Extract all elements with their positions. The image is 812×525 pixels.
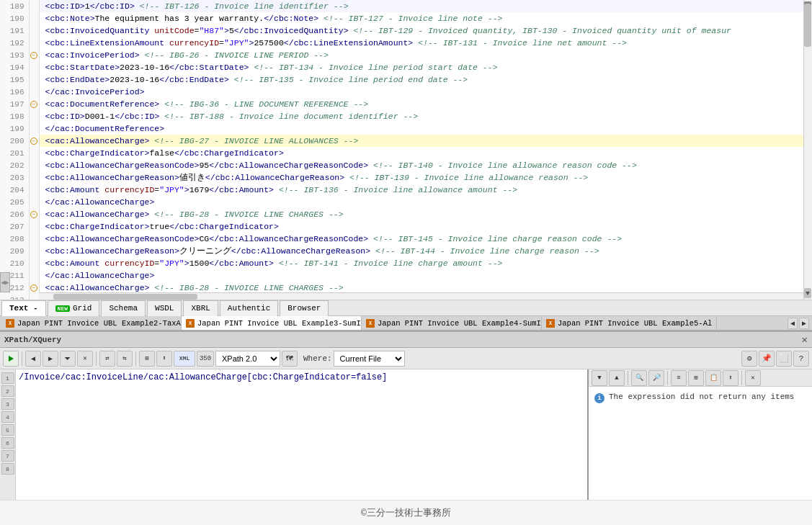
xpath-sidebar-btn-1[interactable]: 1 [1,372,14,384]
xpath-xml-button[interactable]: XML [174,351,195,367]
code-line-194: 194 <cbc:StartDate>2023-10-16</cbc:Start… [0,61,812,73]
xpath-settings-button[interactable]: ⚙ [741,351,757,367]
result-btn-7[interactable]: ✕ [745,370,761,386]
view-tab-grid[interactable]: NEWGrid [48,300,100,316]
xpath-history-button[interactable]: ⏷ [60,351,76,367]
line-number: 198 [0,110,29,122]
code-content: </cac:AllowanceCharge> [39,196,812,208]
line-number: 202 [0,159,29,171]
doc-tab-ex3[interactable]: XJapan PINT Invoice UBL Example3-SumInv1… [182,316,362,331]
xpath-sidebar-btn-6[interactable]: 6 [1,437,14,449]
result-btn-6[interactable]: ⬆ [723,370,739,386]
result-sep-2 [667,371,668,385]
xpath-close-button[interactable]: ✕ [802,333,808,346]
result-btn-1[interactable]: 🔍 [631,370,647,386]
doc-tab-scroll-left[interactable]: ◀ [788,318,798,329]
fold-indicator [29,159,39,171]
xpath-pin-button[interactable]: 📌 [759,351,775,367]
toolbar-sep-3 [135,351,136,366]
xpath-result-content: i The expression did not return any item… [589,387,812,500]
fold-indicator[interactable]: − [29,208,39,220]
code-content: <cbc:Amount currencyID="JPY">1500</cbc:A… [39,257,812,269]
doc-tab-scroll-right[interactable]: ▶ [799,318,809,329]
xpath-where-select[interactable]: Current File All Open Files [334,351,405,367]
result-btn-5[interactable]: 📋 [705,370,721,386]
xml-badge-label: XML [179,355,189,362]
code-line-204: 204 <cbc:Amount currencyID="JPY">1679</c… [0,184,812,196]
xpath-sidebar-btn-7[interactable]: 7 [1,450,14,462]
line-number: 200 [0,135,29,147]
toolbar-sep-1 [22,351,22,366]
xpath-sidebar-btn-8[interactable]: 8 [1,463,14,475]
horizontal-scrollbar[interactable] [39,292,803,300]
xpath-clear-button[interactable]: ✕ [77,351,93,367]
code-line-207: 207 <cbc:ChargeIndicator>true</cbc:Charg… [0,220,812,233]
xpath-toggle2-button[interactable]: ⇆ [117,351,133,367]
code-content: <cbc:ChargeIndicator>false</cbc:ChargeIn… [39,147,812,159]
view-tab-wsdl[interactable]: WSDL [147,300,182,316]
xpath-sidebar-btn-3[interactable]: 3 [1,398,14,410]
code-content: <cac:AllowanceCharge> <!-- IBG-28 - INVO… [39,208,812,220]
line-number: 207 [0,220,29,233]
line-number: 201 [0,147,29,159]
vertical-scrollbar[interactable] [803,0,812,300]
fold-indicator [29,257,39,269]
line-number: 194 [0,61,29,73]
result-down-btn[interactable]: ▼ [592,370,607,386]
code-line-196: 196 </cac:InvoicePeriod> [0,86,812,98]
view-tab-authentic[interactable]: Authentic [220,300,278,316]
line-number: 190 [0,12,29,24]
result-up-btn[interactable]: ▲ [609,370,625,386]
result-btn-4[interactable]: ⊞ [688,370,704,386]
xpath-tree-button[interactable]: ⊞ [139,351,155,367]
xpath-sidebar-btn-4[interactable]: 4 [1,411,14,423]
xpath-sidebar-btn-2[interactable]: 2 [1,385,14,397]
xpath-panel-title: XPath/XQuery [4,336,61,344]
view-tab-browser[interactable]: Browser [280,300,329,316]
xpath-counter-button[interactable]: 350 [197,351,214,367]
fold-indicator [29,86,39,98]
footer-copyright: ©三分一技術士事務所 [361,508,451,519]
xpath-sidebar-btn-5[interactable]: 5 [1,424,14,436]
xpath-export-button[interactable]: ⬆ [156,351,172,367]
xpath-back-button[interactable]: ◀ [25,351,41,367]
xpath-forward-button[interactable]: ▶ [43,351,58,367]
xpath-run-button[interactable] [3,351,19,367]
fold-indicator [29,245,39,257]
result-btn-2[interactable]: 🔎 [648,370,664,386]
fold-indicator[interactable]: − [29,282,39,294]
code-content: <cbc:LineExtensionAmount currencyID="JPY… [39,37,812,49]
fold-indicator [29,171,39,184]
line-number: 206 [0,208,29,220]
xpath-main-area: /Invoice/cac:InvoiceLine/cac:AllowanceCh… [16,369,812,500]
fold-indicator [29,147,39,159]
doc-tab-ex2[interactable]: XJapan PINT Invoice UBL Example2-TaxAcct… [1,316,182,331]
xpath-toggle-button[interactable]: ⇄ [99,351,115,367]
fold-indicator [29,294,39,300]
xpath-input-panel[interactable]: /Invoice/cac:InvoiceLine/cac:AllowanceCh… [16,369,589,500]
code-line-197: 197− <cac:DocumentReference> <!-- IBG-36… [0,98,812,110]
line-number: 203 [0,171,29,184]
fold-indicator[interactable]: − [29,49,39,61]
fold-indicator[interactable]: − [29,135,39,147]
line-number: 204 [0,184,29,196]
doc-tab-icon: X [366,319,375,328]
code-content: <cbc:Amount currencyID="JPY">1679</cbc:A… [39,184,812,196]
xpath-left-sidebar: 1 2 3 4 5 6 7 8 [0,369,16,500]
fold-indicator[interactable]: − [29,98,39,110]
doc-tab-ex5[interactable]: XJapan PINT Invoice UBL Example5-Al [542,316,717,331]
xpath-maximize-button[interactable]: ⬜ [776,351,792,367]
code-line-209: 209 <cbc:AllowanceChargeReason>クリーニング</c… [0,245,812,257]
left-resize-handle[interactable]: ◀▶ [0,272,10,292]
result-btn-3[interactable]: ≡ [671,370,687,386]
view-tab-text[interactable]: Text - [1,300,46,316]
xpath-help-button[interactable]: ? [793,351,809,367]
xpath-result-panel: ▼ ▲ 🔍 🔎 ≡ ⊞ 📋 ⬆ ✕ [589,369,812,500]
code-content: <cbc:EndDate>2023-10-16</cbc:EndDate> <!… [39,73,812,86]
line-number: 192 [0,37,29,49]
view-tab-schema[interactable]: Schema [101,300,146,316]
xpath-version-select[interactable]: XPath 2.0 XPath 1.0 XPath 3.1 XQuery 1.0 [215,351,280,367]
doc-tab-ex4[interactable]: XJapan PINT Invoice UBL Example4-SumInv2… [362,316,542,331]
view-tab-xbrl[interactable]: XBRL [183,300,218,316]
xpath-map-button[interactable]: 🗺 [282,351,298,367]
